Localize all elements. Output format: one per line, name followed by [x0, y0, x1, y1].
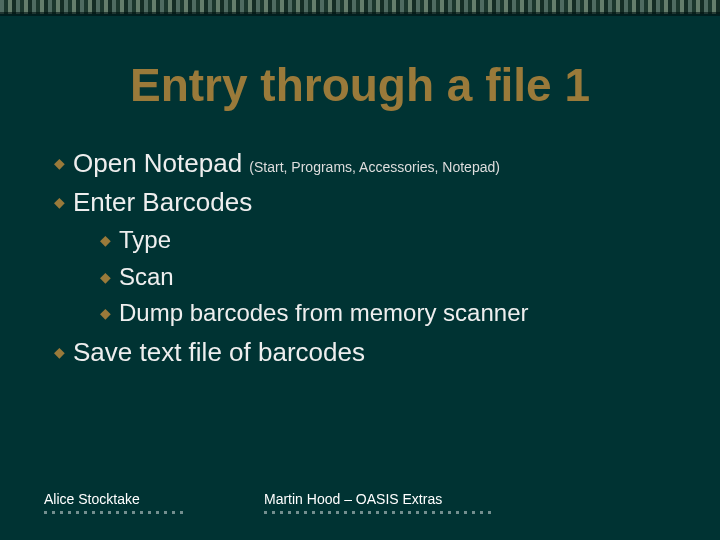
footer-left: Alice Stocktake [44, 491, 244, 514]
bullet-enter-barcodes: ◆ Enter Barcodes [54, 185, 666, 220]
subbullet-dump: ◆ Dump barcodes from memory scanner [100, 297, 666, 329]
text-notepad: Notepad [137, 148, 250, 178]
text-path-note: (Start, Programs, Accessories, Notepad) [249, 159, 500, 175]
subbullet-text: Type [119, 224, 171, 256]
subbullet-type: ◆ Type [100, 224, 666, 256]
slide-body: ◆ Open Notepad (Start, Programs, Accesso… [54, 146, 666, 370]
footer-right: Martin Hood – OASIS Extras [264, 491, 494, 514]
footer-underline-icon [44, 511, 184, 514]
bullet-text: Enter Barcodes [73, 185, 252, 220]
bullet-text: Save text file of barcodes [73, 335, 365, 370]
slide-footer: Alice Stocktake Martin Hood – OASIS Extr… [0, 491, 720, 514]
footer-underline-icon [264, 511, 494, 514]
subbullet-scan: ◆ Scan [100, 261, 666, 293]
subbullet-text: Dump barcodes from memory scanner [119, 297, 528, 329]
diamond-icon: ◆ [100, 306, 111, 320]
diamond-icon: ◆ [54, 195, 65, 209]
diamond-icon: ◆ [100, 233, 111, 247]
diamond-icon: ◆ [54, 156, 65, 170]
bullet-save: ◆ Save text file of barcodes [54, 335, 666, 370]
diamond-icon: ◆ [100, 270, 111, 284]
bullet-open-notepad: ◆ Open Notepad (Start, Programs, Accesso… [54, 146, 666, 181]
subbullet-text: Scan [119, 261, 174, 293]
footer-right-text: Martin Hood – OASIS Extras [264, 491, 442, 507]
footer-left-text: Alice Stocktake [44, 491, 140, 507]
bullet-text: Open Notepad (Start, Programs, Accessori… [73, 146, 500, 181]
text-open: Open [73, 148, 137, 178]
diamond-icon: ◆ [54, 345, 65, 359]
slide-title: Entry through a file 1 [0, 58, 720, 112]
decorative-top-strip [0, 0, 720, 14]
